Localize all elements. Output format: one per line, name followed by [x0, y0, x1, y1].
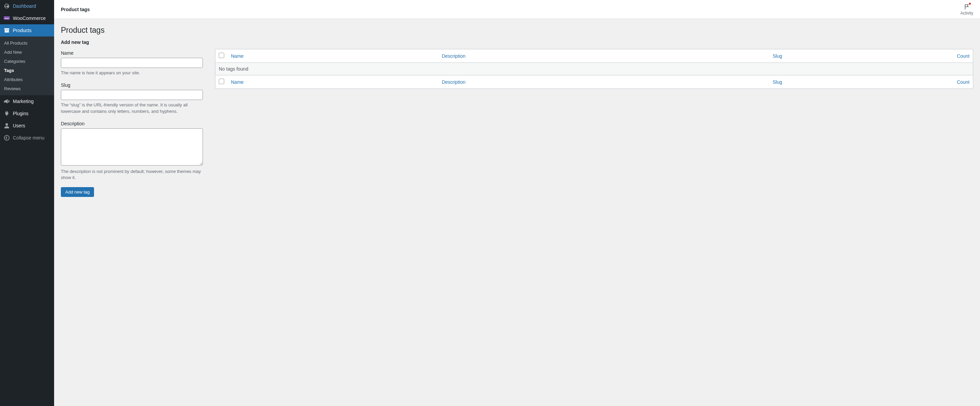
col-count-header[interactable]: Count: [946, 49, 973, 62]
flag-icon: [963, 3, 970, 10]
sidebar-subitem-add-new[interactable]: Add New: [0, 48, 54, 57]
sidebar-item-label: Products: [13, 28, 32, 33]
sidebar-item-plugins[interactable]: Plugins: [0, 108, 54, 120]
svg-point-5: [5, 123, 8, 126]
description-label: Description: [61, 121, 203, 126]
sidebar-item-label: Dashboard: [13, 3, 36, 9]
slug-input[interactable]: [61, 90, 203, 100]
select-all-checkbox-bottom[interactable]: [219, 79, 224, 84]
topbar-title: Product tags: [61, 7, 90, 12]
tags-table: Name Description Slug Count No tags foun…: [215, 49, 973, 89]
sidebar-subitem-attributes[interactable]: Attributes: [0, 75, 54, 84]
add-tag-form: Add new tag Name The name is how it appe…: [61, 40, 203, 197]
sidebar-item-woocommerce[interactable]: woo WooCommerce: [0, 12, 54, 24]
description-input[interactable]: [61, 128, 203, 165]
add-new-tag-button[interactable]: Add new tag: [61, 187, 94, 197]
sidebar-collapse[interactable]: Collapse menu: [0, 132, 54, 144]
col-description-footer[interactable]: Description: [438, 75, 769, 89]
col-description-header[interactable]: Description: [438, 49, 769, 62]
topbar: Product tags Activity: [54, 0, 980, 19]
user-icon: [3, 122, 10, 129]
description-help: The description is not prominent by defa…: [61, 168, 203, 181]
col-slug-header[interactable]: Slug: [769, 49, 946, 62]
select-all-checkbox-top[interactable]: [219, 53, 224, 58]
archive-icon: [3, 27, 10, 34]
admin-sidebar: Dashboard woo WooCommerce Products All P…: [0, 0, 54, 406]
sidebar-collapse-label: Collapse menu: [13, 135, 44, 141]
field-name: Name The name is how it appears on your …: [61, 50, 203, 76]
col-count-footer[interactable]: Count: [946, 75, 973, 89]
col-slug-footer[interactable]: Slug: [769, 75, 946, 89]
sidebar-subitem-reviews[interactable]: Reviews: [0, 84, 54, 93]
select-all-footer: [215, 75, 228, 89]
collapse-icon: [3, 135, 10, 141]
plug-icon: [3, 110, 10, 117]
sidebar-item-label: WooCommerce: [13, 16, 46, 21]
main-area: Product tags Activity Product tags Add n…: [54, 0, 980, 406]
sidebar-item-label: Marketing: [13, 98, 33, 104]
slug-help: The “slug” is the URL-friendly version o…: [61, 102, 203, 115]
sidebar-item-label: Users: [13, 123, 25, 128]
page-title: Product tags: [61, 26, 973, 35]
woocommerce-icon: woo: [3, 15, 10, 22]
slug-label: Slug: [61, 82, 203, 88]
dashboard-icon: [3, 3, 10, 10]
svg-rect-4: [6, 30, 8, 31]
name-label: Name: [61, 50, 203, 56]
sidebar-item-dashboard[interactable]: Dashboard: [0, 0, 54, 12]
svg-rect-3: [5, 30, 9, 32]
sidebar-submenu-products: All Products Add New Categories Tags Att…: [0, 36, 54, 95]
field-description: Description The description is not promi…: [61, 121, 203, 181]
sidebar-subitem-tags[interactable]: Tags: [0, 66, 54, 75]
svg-point-6: [5, 135, 9, 140]
sidebar-subitem-all-products[interactable]: All Products: [0, 38, 54, 48]
field-slug: Slug The “slug” is the URL-friendly vers…: [61, 82, 203, 115]
sidebar-item-users[interactable]: Users: [0, 120, 54, 132]
notification-dot-icon: [969, 3, 971, 5]
col-name-header[interactable]: Name: [228, 49, 438, 62]
activity-button[interactable]: Activity: [960, 3, 973, 16]
form-title: Add new tag: [61, 40, 203, 45]
tags-table-wrap: Name Description Slug Count No tags foun…: [215, 40, 973, 197]
col-name-footer[interactable]: Name: [228, 75, 438, 89]
name-help: The name is how it appears on your site.: [61, 70, 203, 76]
svg-text:woo: woo: [5, 17, 9, 19]
sidebar-subitem-categories[interactable]: Categories: [0, 57, 54, 66]
activity-label: Activity: [960, 11, 973, 16]
sidebar-item-marketing[interactable]: Marketing: [0, 95, 54, 108]
name-input[interactable]: [61, 58, 203, 68]
sidebar-item-products[interactable]: Products: [0, 24, 54, 36]
select-all-header: [215, 49, 228, 62]
content: Product tags Add new tag Name The name i…: [54, 19, 980, 406]
sidebar-item-label: Plugins: [13, 111, 29, 116]
megaphone-icon: [3, 98, 10, 105]
svg-rect-2: [5, 29, 9, 30]
empty-row: No tags found: [215, 62, 973, 75]
